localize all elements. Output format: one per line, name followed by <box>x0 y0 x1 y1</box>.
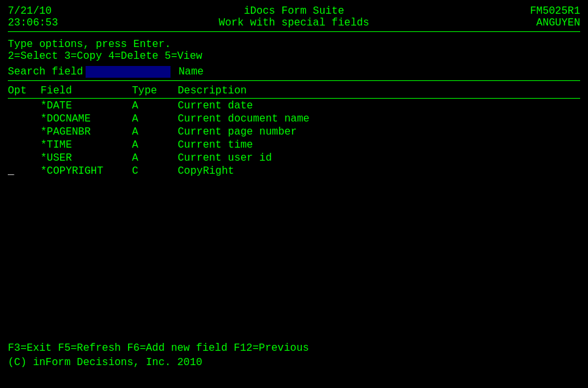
username: ANGUYEN <box>502 17 580 29</box>
row-field-3: *PAGENBR <box>41 126 132 138</box>
row-type-4: A <box>132 139 178 151</box>
table-header: Opt Field Type Description <box>8 85 580 99</box>
table-row: *TIME A Current time <box>8 139 580 151</box>
row-desc-6: CopyRight <box>178 165 580 177</box>
row-type-1: A <box>132 100 178 112</box>
col-header-field: Field <box>41 85 132 97</box>
col-header-type: Type <box>132 85 178 97</box>
row-type-6: C <box>132 165 178 177</box>
row-field-4: *TIME <box>41 139 132 151</box>
table-body: *DATE A Current date *DOCNAME A Current … <box>8 100 580 177</box>
app-title: iDocs Form Suite <box>86 5 502 17</box>
program-id: FM5025R1 <box>502 5 580 17</box>
time: 23:06:53 <box>8 17 86 29</box>
col-header-opt: Opt <box>8 85 41 97</box>
search-label: Search field <box>8 66 83 78</box>
row-field-2: *DOCNAME <box>41 113 132 125</box>
search-input[interactable] <box>86 66 171 78</box>
name-column-label: Name <box>178 66 203 78</box>
row-type-2: A <box>132 113 178 125</box>
row-opt-4 <box>8 139 41 151</box>
table-row: *DATE A Current date <box>8 100 580 112</box>
table-row: *DOCNAME A Current document name <box>8 113 580 125</box>
header: 7/21/10 23:06:53 iDocs Form Suite Work w… <box>8 5 580 29</box>
row-opt-1 <box>8 100 41 112</box>
footer-copyright: (C) inForm Decisions, Inc. 2010 <box>8 357 580 368</box>
date: 7/21/10 <box>8 5 86 17</box>
footer-keys: F3=Exit F5=Refresh F6=Add new field F12=… <box>8 342 580 354</box>
search-divider <box>8 80 580 81</box>
row-opt-5 <box>8 152 41 164</box>
table-row: *USER A Current user id <box>8 152 580 164</box>
terminal-screen: 7/21/10 23:06:53 iDocs Form Suite Work w… <box>0 0 588 388</box>
instructions-line1: Type options, press Enter. <box>8 39 580 50</box>
app-subtitle: Work with special fields <box>86 17 502 29</box>
search-row: Search field Name <box>8 66 580 78</box>
date-time: 7/21/10 23:06:53 <box>8 5 86 29</box>
row-desc-3: Current page number <box>178 126 580 138</box>
footer: F3=Exit F5=Refresh F6=Add new field F12=… <box>8 342 580 368</box>
header-divider <box>8 31 580 32</box>
instructions-line2: 2=Select 3=Copy 4=Delete 5=View <box>8 50 580 62</box>
row-desc-2: Current document name <box>178 113 580 125</box>
row-opt-2 <box>8 113 41 125</box>
row-type-5: A <box>132 152 178 164</box>
table-row: _ *COPYRIGHT C CopyRight <box>8 165 580 177</box>
options-section: Type options, press Enter. 2=Select 3=Co… <box>8 39 580 62</box>
row-opt-3 <box>8 126 41 138</box>
row-opt-6: _ <box>8 165 41 177</box>
table-row: *PAGENBR A Current page number <box>8 126 580 138</box>
row-field-1: *DATE <box>41 100 132 112</box>
row-desc-5: Current user id <box>178 152 580 164</box>
row-field-5: *USER <box>41 152 132 164</box>
program-user: FM5025R1 ANGUYEN <box>502 5 580 29</box>
row-type-3: A <box>132 126 178 138</box>
row-field-6: *COPYRIGHT <box>41 165 132 177</box>
header-center: iDocs Form Suite Work with special field… <box>86 5 502 29</box>
col-header-description: Description <box>178 85 580 97</box>
row-desc-4: Current time <box>178 139 580 151</box>
row-desc-1: Current date <box>178 100 580 112</box>
